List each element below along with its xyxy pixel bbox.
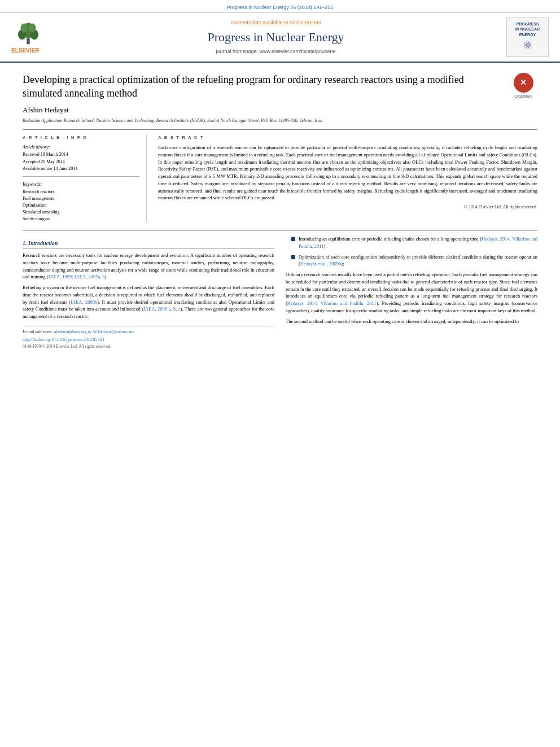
bullet-text-1: Introducing an equilibrium core or perio… [299,235,537,250]
received-date: Received 18 March 2014 [23,151,139,158]
ref-hedayat2009b: Hedayat et al., 2009b [300,261,341,267]
journal-header: ELSEVIER Contents lists available at Sci… [0,13,560,63]
keyword-1: Research reactors [23,189,139,195]
history-label: Article history: [23,144,139,150]
bullet-item-1: Introducing an equilibrium core or perio… [291,235,537,250]
accepted-date: Accepted 20 May 2014 [23,159,139,165]
crossmark: ✕ CrossMark [509,73,537,99]
right-paragraph-1: Ordinary research reactors usually have … [286,271,537,314]
elsevier-logo: ELSEVIER [11,20,45,55]
article-title-section: Developing a practical optimization of t… [23,73,537,101]
intro-heading: 1. Introduction [23,239,274,249]
svg-point-5 [29,23,36,32]
sciencedirect-label: Contents lists available at ScienceDirec… [45,19,506,27]
email-label: E-mail addresses: [23,329,53,334]
body-two-columns: 1. Introduction Research reactors are ne… [23,235,537,350]
bullet-icon-2 [291,255,295,259]
journal-title: Progress in Nuclear Energy [45,29,506,46]
elsevier-brand-text: ELSEVIER [11,47,39,55]
top-bar: Progress in Nuclear Energy 76 (2014) 191… [0,0,560,13]
email-footnote: E-mail addresses: ahedayat@aeoi.org.ir, … [23,329,274,335]
bullet-text-2: Optimization of each core configuration … [299,254,537,268]
email-2: Af.Hedayat@yahoo.com [92,329,134,334]
journal-center-info: Contents lists available at ScienceDirec… [45,19,506,55]
ref-iaea2008b: IAEA, 2008b [71,299,97,305]
intro-paragraph-2: Refueling program or the in-core fuel ma… [23,284,274,320]
bullet-icon-1 [291,237,295,241]
svg-rect-0 [27,38,29,44]
keyword-2: Fuel management [23,195,139,202]
keywords-label: Keywords: [23,181,139,187]
article-history-block: Article history: Received 18 March 2014 … [23,144,139,172]
body-divider [23,230,537,231]
abstract-column: A B S T R A C T Each core configuration … [158,134,537,222]
keyword-3: Optimization [23,202,139,209]
body-right-col: Introducing an equilibrium core or perio… [286,235,537,350]
journal-ref: Progress in Nuclear Energy 76 (2014) 191… [227,5,334,10]
copyright-notice: © 2014 Elsevier Ltd. All rights reserved… [158,204,537,211]
intro-paragraph-1: Research reactors are necessary tools fo… [23,252,274,281]
article-info-abstract-section: A R T I C L E I N F O Article history: R… [23,129,537,222]
available-date: Available online 14 June 2014 [23,165,139,172]
elsevier-tree-icon [11,20,45,46]
right-paragraph-2: The second method can be useful when eac… [286,318,537,325]
abstract-label: A B S T R A C T [158,134,537,141]
article-title: Developing a practical optimization of t… [23,73,509,101]
author-affiliation: Radiation Application Research School, N… [23,117,537,124]
crossmark-icon: ✕ [514,73,533,93]
issn-text: 0149-1970/© 2014 Elsevier Ltd. All right… [23,343,274,350]
svg-point-4 [21,23,28,32]
main-content: Developing a practical optimization of t… [0,63,560,356]
bullet-item-2: Optimization of each core configuration … [291,254,537,268]
page: Progress in Nuclear Energy 76 (2014) 191… [0,0,560,747]
mini-logo-text: PROGRESSIN NUCLEARENERGY [515,21,540,37]
ref-iaea2008abc: IAEA, 2008 a, b, c [143,306,181,312]
body-left-col: 1. Introduction Research reactors are ne… [23,235,274,350]
approach-list: Introducing an equilibrium core or perio… [291,235,537,268]
email-1: ahedayat@aeoi.org.ir [54,329,90,334]
info-divider [23,176,139,177]
ref-iaea1999: IAEA, 1999; IAEA, 2007a, b [49,274,105,279]
journal-url: journal homepage: www.elsevier.com/locat… [45,48,506,55]
crossmark-label: CrossMark [514,94,532,99]
doi-link: http://dx.doi.org/10.1016/j.pnucene.2014… [23,337,274,343]
keyword-4: Simulated annealing [23,209,139,216]
journal-mini-logo: PROGRESSIN NUCLEARENERGY ⚛ [506,18,549,57]
article-info-column: A R T I C L E I N F O Article history: R… [23,134,147,222]
author-name: Afshin Hedayat [23,105,537,115]
footnote-area: E-mail addresses: ahedayat@aeoi.org.ir, … [23,326,274,350]
abstract-text: Each core configuration of a research re… [158,144,537,211]
article-info-label: A R T I C L E I N F O [23,134,139,141]
ref-hedayat2014-2: Hedayat, 2014; Villarino and Padilla, 20… [287,300,377,306]
atom-icon: ⚛ [523,37,533,53]
keywords-block: Keywords: Research reactors Fuel managem… [23,181,139,222]
ref-hedayat2014: Hedayat, 2014; Villarino and Padilla, 20… [299,236,537,249]
keyword-5: Safety margins [23,216,139,222]
and-word: and [420,318,427,324]
